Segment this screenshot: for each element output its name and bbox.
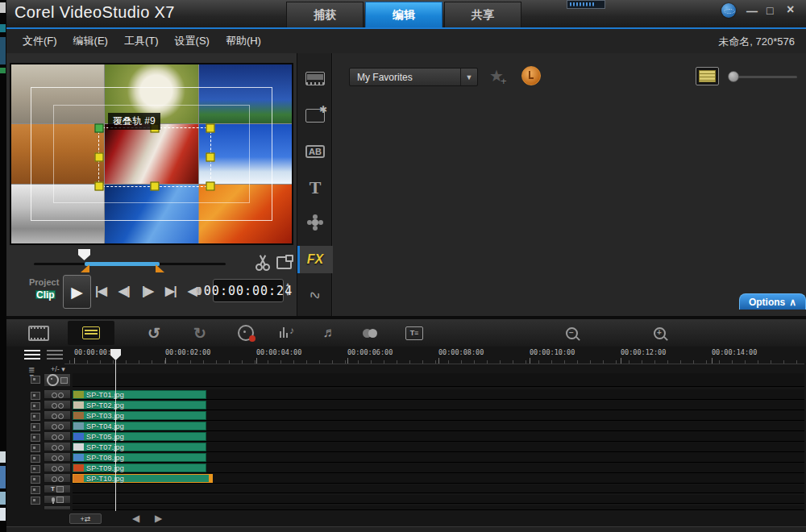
transition-button[interactable]: AB [297, 138, 333, 165]
motion-path-button[interactable]: ∿ [297, 281, 333, 309]
zoom-out-button[interactable]: − [562, 321, 581, 345]
options-button[interactable]: Options∧ [739, 293, 806, 310]
trim-end-handle[interactable] [156, 264, 164, 272]
overlay-selection-rect[interactable] [98, 127, 211, 187]
motion-tracking-button[interactable] [358, 321, 382, 345]
storyboard-view-button[interactable] [19, 321, 58, 345]
music-track-header[interactable] [44, 505, 71, 510]
track-ripple-toggle-7[interactable] [31, 455, 40, 463]
preview-window[interactable]: 覆叠轨 #9 [10, 63, 293, 245]
zoom-in-button[interactable]: + [650, 321, 669, 345]
help-globe-icon[interactable] [721, 3, 736, 18]
timeline-clip-SP-T02.jpg[interactable]: SP-T02.jpg [73, 401, 206, 409]
timeline-clip-SP-T05.jpg[interactable]: SP-T05.jpg [73, 432, 206, 441]
resize-handle[interactable] [206, 124, 215, 133]
previous-frame-button[interactable]: ◀| [118, 284, 130, 298]
project-name-resolution: 未命名, 720*576 [718, 35, 795, 49]
tab-edit[interactable]: 编辑 [365, 2, 442, 27]
title-track-header[interactable]: T [44, 484, 71, 493]
graphic-button[interactable] [297, 209, 333, 236]
preview-timecode[interactable]: 00:00:00:24 [213, 279, 284, 302]
title-button[interactable]: T [297, 174, 333, 202]
add-track-button[interactable]: +⇄ [69, 513, 102, 524]
enlarge-preview-icon[interactable] [276, 256, 292, 269]
scroll-left-button[interactable]: ◀ [132, 513, 139, 524]
menu-item-0[interactable]: 文件(F) [23, 34, 57, 48]
preview-playhead[interactable] [78, 249, 90, 260]
end-button[interactable]: ▶| [165, 284, 177, 298]
resize-handle[interactable] [95, 153, 104, 162]
maximize-button[interactable]: □ [767, 5, 773, 16]
clip-mode-label[interactable]: Clip [35, 290, 56, 299]
timeline-clip-SP-T10.jpg[interactable]: SP-T10.jpg [73, 474, 213, 483]
timeline-view-button[interactable] [68, 321, 114, 345]
project-mode-label[interactable]: Project [29, 277, 59, 287]
voice-track-header[interactable] [44, 495, 71, 504]
redo-button[interactable]: ↻ [189, 321, 210, 345]
menu-item-4[interactable]: 帮助(H) [226, 34, 261, 48]
track-ripple-toggle-11[interactable] [31, 497, 40, 505]
timeline-clip-SP-T03.jpg[interactable]: SP-T03.jpg [73, 411, 206, 420]
close-button[interactable]: × [787, 4, 794, 15]
media-library-button[interactable] [297, 64, 333, 92]
resize-handle[interactable] [95, 182, 104, 191]
resize-handle[interactable] [206, 182, 215, 191]
clip-thumbnail [73, 475, 84, 482]
show-all-tracks-toggle[interactable] [23, 348, 42, 362]
background-window-sliver [0, 0, 6, 532]
next-frame-button[interactable]: |▶ [142, 284, 153, 298]
track-ripple-toggle-1[interactable] [31, 392, 40, 400]
track-ripple-toggle-6[interactable] [31, 444, 40, 452]
record-capture-button[interactable] [235, 321, 256, 345]
thumbnail-size-knob[interactable] [728, 71, 739, 82]
timeline-ruler[interactable]: 00:00:00:0000:00:02:0000:00:04:0000:00:0… [64, 347, 804, 364]
auto-music-button[interactable]: ♬ [319, 321, 340, 345]
sound-mixer-button[interactable]: ♪ [276, 321, 297, 345]
filter-button[interactable]: FX [297, 246, 333, 273]
track-ripple-toggle-0[interactable] [31, 376, 40, 384]
video-track-row[interactable] [73, 373, 804, 387]
timeline-clip-SP-T09.jpg[interactable]: SP-T09.jpg [73, 463, 206, 472]
instant-project-button[interactable] [297, 102, 333, 129]
volume-button[interactable]: ◀))) [188, 284, 201, 298]
track-ripple-toggle-8[interactable] [31, 465, 40, 473]
track-manager-button[interactable]: +/- ▾ [44, 365, 73, 373]
track-ripple-toggle-3[interactable] [31, 413, 40, 421]
track-ripple-toggle-10[interactable] [31, 486, 40, 494]
video-track-header[interactable] [44, 373, 71, 387]
undo-button[interactable]: ↺ [143, 321, 164, 345]
track-view-toggle[interactable] [45, 348, 64, 362]
timecode-spinner[interactable]: ▲▼ [284, 280, 292, 301]
tab-share[interactable]: 共享 [444, 2, 521, 27]
track-ripple-toggle-4[interactable] [31, 423, 40, 431]
gallery-dropdown[interactable]: My Favorites ▼ [349, 68, 478, 86]
track-ripple-toggle-2[interactable] [31, 402, 40, 410]
title-track-row[interactable] [73, 484, 804, 493]
overlay-track-header-9[interactable] [44, 473, 71, 483]
track-ripple-toggle-5[interactable] [31, 434, 40, 442]
timeline-clip-SP-T08.jpg[interactable]: SP-T08.jpg [73, 453, 206, 462]
menu-item-3[interactable]: 设置(S) [175, 34, 210, 48]
track-ripple-toggle-9[interactable] [31, 476, 40, 484]
minimize-button[interactable]: — [746, 6, 758, 17]
thumbnail-size-slider[interactable] [729, 76, 797, 78]
home-button[interactable]: |◀ [95, 284, 106, 298]
timeline-clip-SP-T04.jpg[interactable]: SP-T04.jpg [73, 422, 206, 430]
timeline-clip-SP-T01.jpg[interactable]: SP-T01.jpg [73, 390, 206, 399]
split-clip-icon[interactable] [255, 255, 271, 271]
resize-handle[interactable] [206, 153, 215, 162]
rotate-handle[interactable] [95, 124, 104, 133]
voice-track-row[interactable] [73, 495, 804, 504]
filter-category-icon[interactable] [521, 66, 541, 85]
add-to-favorites-icon[interactable]: ★+ [489, 66, 507, 87]
scroll-right-button[interactable]: ▶ [155, 513, 162, 524]
music-track-row[interactable] [73, 505, 804, 510]
menu-item-2[interactable]: 工具(T) [124, 34, 159, 48]
tab-capture[interactable]: 捕获 [286, 2, 364, 27]
menu-item-1[interactable]: 编辑(E) [73, 34, 108, 48]
list-view-button[interactable] [696, 67, 719, 85]
resize-handle[interactable] [151, 182, 160, 191]
timeline-clip-SP-T07.jpg[interactable]: SP-T07.jpg [73, 443, 206, 451]
subtitle-editor-button[interactable]: T≡ [403, 321, 426, 345]
play-button[interactable]: ▶ [63, 275, 91, 309]
